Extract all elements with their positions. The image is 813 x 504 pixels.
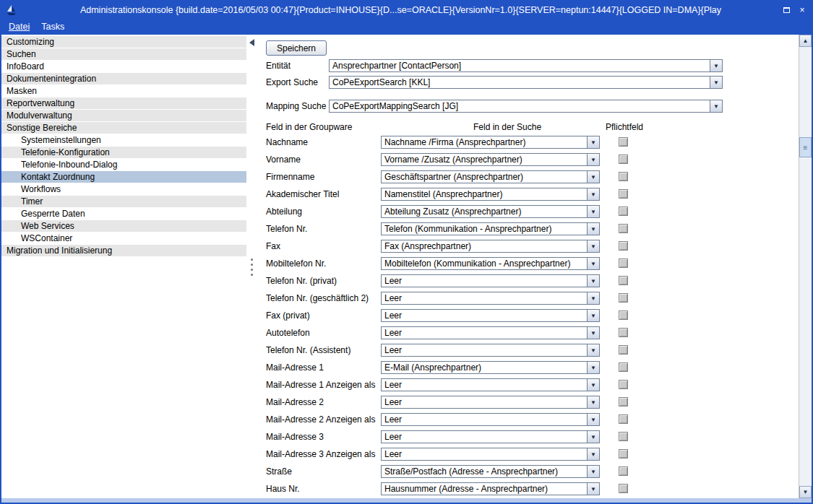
required-checkbox[interactable] bbox=[619, 137, 628, 147]
chevron-down-icon[interactable]: ▼ bbox=[587, 136, 599, 148]
search-field-combo[interactable]: Leer ▼ bbox=[381, 430, 600, 443]
search-field-combo[interactable]: Leer ▼ bbox=[381, 448, 600, 461]
required-checkbox[interactable] bbox=[619, 432, 628, 441]
chevron-down-icon[interactable]: ▼ bbox=[587, 275, 599, 287]
required-checkbox[interactable] bbox=[619, 207, 628, 216]
chevron-down-icon[interactable]: ▼ bbox=[587, 379, 599, 391]
sidebar-item-dokumentenintegration[interactable]: Dokumentenintegration bbox=[1, 73, 246, 84]
required-checkbox[interactable] bbox=[619, 449, 628, 459]
chevron-down-icon[interactable]: ▼ bbox=[587, 206, 599, 217]
required-checkbox[interactable] bbox=[619, 258, 628, 268]
search-field-combo[interactable]: Leer ▼ bbox=[381, 396, 600, 409]
search-field-combo[interactable]: Leer ▼ bbox=[381, 274, 600, 287]
chevron-down-icon[interactable]: ▼ bbox=[587, 240, 599, 252]
search-field-combo[interactable]: Leer ▼ bbox=[381, 309, 600, 322]
required-checkbox[interactable] bbox=[619, 397, 628, 407]
scrollbar-thumb[interactable]: ≡ bbox=[799, 137, 812, 157]
chevron-down-icon[interactable]: ▼ bbox=[587, 344, 599, 356]
chevron-down-icon[interactable]: ▼ bbox=[587, 310, 599, 321]
required-checkbox[interactable] bbox=[619, 484, 628, 493]
chevron-down-icon[interactable]: ▼ bbox=[587, 292, 599, 304]
required-checkbox[interactable] bbox=[619, 241, 628, 251]
required-checkbox[interactable] bbox=[619, 328, 628, 337]
sidebar-item-gesperrte-daten[interactable]: Gesperrte Daten bbox=[1, 208, 246, 220]
menu-tasks[interactable]: Tasks bbox=[41, 22, 64, 32]
sidebar-item-sonstige-bereiche[interactable]: Sonstige Bereiche bbox=[1, 122, 246, 134]
search-field-combo[interactable]: Hausnummer (Adresse - Ansprechpartner) ▼ bbox=[381, 482, 600, 495]
sidebar-item-telefonie-inbound-dialog[interactable]: Telefonie-Inbound-Dialog bbox=[1, 159, 246, 170]
required-checkbox[interactable] bbox=[619, 276, 628, 285]
scroll-up-button[interactable]: ▲ bbox=[799, 35, 812, 47]
search-field-combo[interactable]: Leer ▼ bbox=[381, 378, 600, 391]
search-field-combo[interactable]: Fax (Ansprechpartner) ▼ bbox=[381, 240, 600, 253]
chevron-down-icon[interactable]: ▼ bbox=[710, 60, 722, 71]
chevron-down-icon[interactable]: ▼ bbox=[587, 188, 599, 200]
mapping-search-combo[interactable]: CoPeExportMappingSearch [JG] ▼ bbox=[329, 100, 723, 113]
search-field-combo[interactable]: Abteilung Zusatz (Ansprechpartner) ▼ bbox=[381, 205, 600, 218]
search-field-combo[interactable]: Leer ▼ bbox=[381, 326, 600, 339]
search-field-combo[interactable]: Telefon (Kommunikation - Ansprechpartner… bbox=[381, 222, 600, 235]
chevron-down-icon[interactable]: ▼ bbox=[587, 258, 599, 269]
sidebar-item-reportverwaltung[interactable]: Reportverwaltung bbox=[1, 97, 246, 109]
splitter-collapse-icon[interactable] bbox=[249, 39, 254, 46]
search-field-combo[interactable]: Leer ▼ bbox=[381, 413, 600, 426]
required-checkbox[interactable] bbox=[619, 172, 628, 181]
splitter[interactable] bbox=[246, 35, 258, 498]
chevron-down-icon[interactable]: ▼ bbox=[587, 483, 599, 495]
required-checkbox[interactable] bbox=[619, 345, 628, 355]
sidebar-item-wscontainer[interactable]: WSContainer bbox=[1, 233, 246, 244]
chevron-down-icon[interactable]: ▼ bbox=[710, 77, 722, 88]
chevron-down-icon[interactable]: ▼ bbox=[587, 414, 599, 425]
search-field-combo[interactable]: Mobiltelefon (Kommunikation - Ansprechpa… bbox=[381, 257, 600, 270]
save-button[interactable]: Speichern bbox=[266, 40, 327, 56]
search-field-combo[interactable]: Leer ▼ bbox=[381, 292, 600, 305]
required-checkbox[interactable] bbox=[619, 310, 628, 320]
search-field-combo[interactable]: Straße/Postfach (Adresse - Ansprechpartn… bbox=[381, 465, 600, 478]
chevron-down-icon[interactable]: ▼ bbox=[587, 223, 599, 235]
search-field-combo[interactable]: Leer ▼ bbox=[381, 344, 600, 357]
required-checkbox[interactable] bbox=[619, 362, 628, 372]
sidebar-item-migration-und-initialisierung[interactable]: Migration und Initialisierung bbox=[1, 245, 246, 256]
menu-datei[interactable]: Datei bbox=[9, 22, 30, 32]
search-field-combo[interactable]: Geschäftspartner (Ansprechpartner) ▼ bbox=[381, 170, 600, 183]
sidebar-item-workflows[interactable]: Workflows bbox=[1, 183, 246, 195]
close-button[interactable]: × bbox=[796, 4, 808, 16]
sidebar-item-modulverwaltung[interactable]: Modulverwaltung bbox=[1, 110, 246, 121]
chevron-down-icon[interactable]: ▼ bbox=[587, 171, 599, 183]
required-checkbox[interactable] bbox=[619, 189, 628, 199]
chevron-down-icon[interactable]: ▼ bbox=[587, 396, 599, 408]
chevron-down-icon[interactable]: ▼ bbox=[587, 327, 599, 339]
required-checkbox[interactable] bbox=[619, 224, 628, 233]
required-checkbox[interactable] bbox=[619, 414, 628, 424]
required-checkbox[interactable] bbox=[619, 380, 628, 389]
chevron-down-icon[interactable]: ▼ bbox=[587, 448, 599, 460]
search-field-combo[interactable]: Namenstitel (Ansprechpartner) ▼ bbox=[381, 188, 600, 201]
sidebar-item-timer[interactable]: Timer bbox=[1, 196, 246, 207]
chevron-down-icon[interactable]: ▼ bbox=[587, 154, 599, 165]
chevron-down-icon[interactable]: ▼ bbox=[587, 466, 599, 477]
search-field-combo[interactable]: Vorname /Zusatz (Ansprechpartner) ▼ bbox=[381, 153, 600, 166]
sidebar-item-telefonie-konfiguration[interactable]: Telefonie-Konfiguration bbox=[1, 147, 246, 158]
search-field-combo-value: Leer bbox=[382, 344, 587, 356]
chevron-down-icon[interactable]: ▼ bbox=[587, 362, 599, 373]
required-checkbox[interactable] bbox=[619, 293, 628, 303]
chevron-down-icon[interactable]: ▼ bbox=[710, 100, 722, 112]
entity-combo[interactable]: Ansprechpartner [ContactPerson] ▼ bbox=[329, 59, 723, 72]
sidebar-item-systemeinstellungen[interactable]: Systemeinstellungen bbox=[1, 134, 246, 146]
sidebar-item-web-services[interactable]: Web Services bbox=[1, 220, 246, 232]
chevron-down-icon[interactable]: ▼ bbox=[587, 431, 599, 443]
required-checkbox[interactable] bbox=[619, 155, 628, 164]
vertical-scrollbar[interactable]: ▲ ≡ ▼ bbox=[799, 35, 812, 498]
scroll-down-button[interactable]: ▼ bbox=[799, 486, 812, 498]
required-checkbox[interactable] bbox=[619, 466, 628, 476]
sidebar-item-kontakt-zuordnung[interactable]: Kontakt Zuordnung bbox=[1, 171, 246, 183]
splitter-grip[interactable] bbox=[251, 258, 253, 276]
export-search-combo[interactable]: CoPeExportSearch [KKL] ▼ bbox=[329, 76, 723, 89]
sidebar-item-infoboard[interactable]: InfoBoard bbox=[1, 61, 246, 72]
sidebar-item-masken[interactable]: Masken bbox=[1, 85, 246, 97]
sidebar-item-customizing[interactable]: Customizing bbox=[1, 36, 246, 48]
search-field-combo[interactable]: E-Mail (Ansprechpartner) ▼ bbox=[381, 361, 600, 374]
sidebar-item-suchen[interactable]: Suchen bbox=[1, 48, 246, 60]
maximize-button[interactable] bbox=[780, 4, 792, 16]
search-field-combo[interactable]: Nachname /Firma (Ansprechpartner) ▼ bbox=[381, 136, 600, 149]
